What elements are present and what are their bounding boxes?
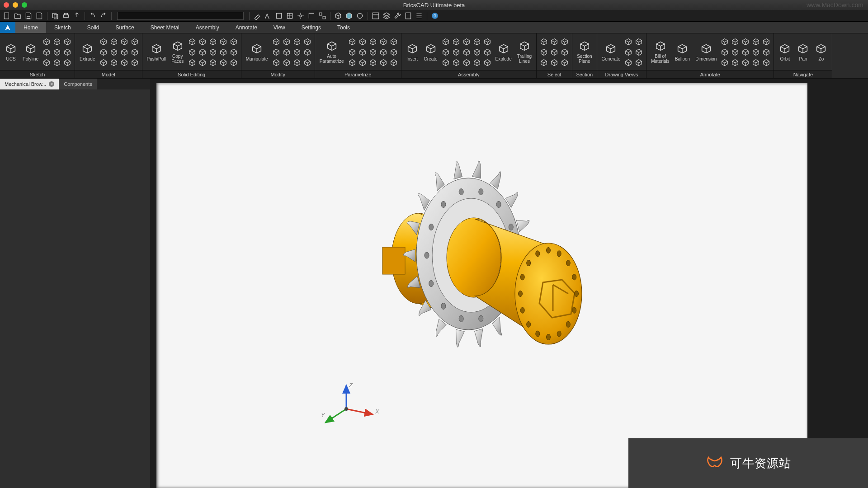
menu-tab-annotate[interactable]: Annotate (227, 22, 265, 33)
ribbon-small-icon[interactable] (358, 37, 367, 46)
ribbon-small-icon[interactable] (741, 58, 750, 67)
ribbon-small-icon[interactable] (99, 37, 108, 46)
menu-tab-view[interactable]: View (265, 22, 293, 33)
ribbon-small-icon[interactable] (120, 58, 129, 67)
ribbon-small-icon[interactable] (472, 37, 481, 46)
ribbon-small-icon[interactable] (198, 37, 207, 46)
ribbon-small-icon[interactable] (368, 47, 377, 56)
sectionplane-button[interactable]: Section Plane (575, 39, 594, 65)
model-viewport[interactable]: X Y Z (156, 83, 807, 488)
menu-tab-home[interactable]: Home (15, 22, 46, 33)
ribbon-small-icon[interactable] (389, 58, 398, 67)
coordinate-axes-gizmo[interactable]: X Y Z (319, 382, 382, 432)
ribbon-small-icon[interactable] (303, 37, 312, 46)
ribbon-small-icon[interactable] (120, 47, 129, 56)
ribbon-small-icon[interactable] (63, 37, 72, 46)
ribbon-small-icon[interactable] (550, 47, 559, 56)
tool-icon-2[interactable] (264, 12, 272, 20)
ribbon-small-icon[interactable] (42, 37, 51, 46)
pushpull-button[interactable]: Push/Pull (145, 42, 168, 62)
dimension-button[interactable]: Dimension (693, 42, 718, 62)
ribbon-small-icon[interactable] (731, 58, 740, 67)
ribbon-small-icon[interactable] (282, 47, 291, 56)
polyline-button[interactable]: Polyline (21, 42, 40, 62)
ribbon-small-icon[interactable] (208, 47, 217, 56)
manipulate-button[interactable]: Manipulate (244, 42, 270, 62)
side-tab-1[interactable]: Components (59, 79, 97, 89)
ribbon-small-icon[interactable] (441, 37, 450, 46)
ribbon-small-icon[interactable] (462, 47, 471, 56)
ribbon-small-icon[interactable] (483, 37, 492, 46)
ribbon-small-icon[interactable] (462, 37, 471, 46)
ribbon-small-icon[interactable] (379, 47, 388, 56)
ribbon-small-icon[interactable] (472, 47, 481, 56)
ribbon-small-icon[interactable] (441, 58, 450, 67)
menu-tab-solid[interactable]: Solid (79, 22, 108, 33)
box-icon[interactable] (334, 12, 342, 20)
layer-dropdown[interactable] (117, 12, 244, 20)
ribbon-small-icon[interactable] (741, 37, 750, 46)
ribbon-small-icon[interactable] (368, 37, 377, 46)
ribbon-small-icon[interactable] (292, 37, 302, 46)
ribbon-small-icon[interactable] (99, 58, 108, 67)
ribbon-small-icon[interactable] (441, 47, 450, 56)
ribbon-small-icon[interactable] (720, 37, 729, 46)
ribbon-small-icon[interactable] (130, 58, 139, 67)
ribbon-small-icon[interactable] (379, 58, 388, 67)
ribbon-small-icon[interactable] (99, 47, 108, 56)
ribbon-small-icon[interactable] (219, 37, 228, 46)
ribbon-small-icon[interactable] (188, 47, 197, 56)
ribbon-small-icon[interactable] (42, 47, 51, 56)
ribbon-small-icon[interactable] (52, 37, 61, 46)
ribbon-small-icon[interactable] (348, 37, 357, 46)
ribbon-small-icon[interactable] (762, 47, 771, 56)
ribbon-small-icon[interactable] (634, 58, 643, 67)
publish-icon[interactable] (73, 12, 81, 20)
wrench-icon[interactable] (393, 12, 401, 20)
menu-tab-sheet-metal[interactable]: Sheet Metal (142, 22, 188, 33)
ribbon-small-icon[interactable] (762, 37, 771, 46)
ribbon-small-icon[interactable] (52, 58, 61, 67)
ribbon-small-icon[interactable] (560, 58, 569, 67)
ribbon-small-icon[interactable] (198, 58, 207, 67)
explode-button[interactable]: Explode (494, 42, 514, 62)
tool-icon-1[interactable] (253, 12, 261, 20)
ribbon-small-icon[interactable] (272, 37, 281, 46)
open-file-icon[interactable] (14, 12, 22, 20)
ribbon-small-icon[interactable] (452, 58, 461, 67)
ribbon-small-icon[interactable] (282, 58, 291, 67)
ribbon-small-icon[interactable] (229, 58, 238, 67)
ribbon-small-icon[interactable] (483, 47, 492, 56)
ribbon-small-icon[interactable] (188, 37, 197, 46)
properties-icon[interactable] (372, 12, 380, 20)
ribbon-small-icon[interactable] (624, 47, 633, 56)
ribbon-small-icon[interactable] (550, 58, 559, 67)
ribbon-small-icon[interactable] (634, 37, 643, 46)
ribbon-small-icon[interactable] (303, 58, 312, 67)
insert-button[interactable]: Insert (404, 42, 420, 62)
snap-icon[interactable] (297, 12, 305, 20)
ribbon-small-icon[interactable] (741, 47, 750, 56)
ribbon-small-icon[interactable] (42, 58, 51, 67)
ribbon-small-icon[interactable] (63, 47, 72, 56)
ribbon-small-icon[interactable] (130, 47, 139, 56)
ribbon-small-icon[interactable] (208, 58, 217, 67)
ribbon-small-icon[interactable] (368, 58, 377, 67)
close-window-button[interactable] (4, 2, 9, 8)
ribbon-small-icon[interactable] (751, 47, 760, 56)
ribbon-small-icon[interactable] (624, 37, 633, 46)
balloon-button[interactable]: Balloon (673, 42, 692, 62)
minimize-window-button[interactable] (13, 2, 18, 8)
menu-tab-sketch[interactable]: Sketch (46, 22, 79, 33)
ribbon-small-icon[interactable] (198, 47, 207, 56)
ucs-button[interactable]: UCS (3, 42, 19, 62)
ribbon-small-icon[interactable] (452, 47, 461, 56)
orbit-button[interactable]: Orbit (777, 42, 793, 62)
grid-icon[interactable] (286, 12, 294, 20)
tool-icon-3[interactable] (275, 12, 283, 20)
ribbon-small-icon[interactable] (303, 47, 312, 56)
ribbon-small-icon[interactable] (539, 37, 548, 46)
ribbon-small-icon[interactable] (109, 37, 118, 46)
ribbon-small-icon[interactable] (731, 37, 740, 46)
zoom-button[interactable]: Zo (813, 42, 829, 62)
